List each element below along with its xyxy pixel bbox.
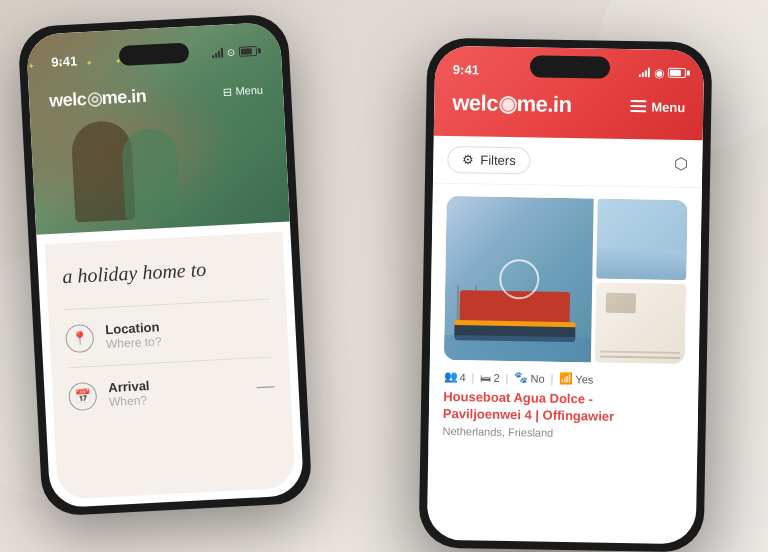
back-time: 9:41 <box>51 53 78 69</box>
calendar-icon: 📅 <box>68 381 97 410</box>
sep1: | <box>472 371 475 383</box>
guests-amenity: 👥 4 <box>443 370 465 383</box>
front-navbar: welc◉me.in Menu <box>434 82 704 129</box>
photo-side1[interactable] <box>596 199 687 281</box>
back-content: a holiday home to 📍 Location Where to? 📅… <box>45 232 296 500</box>
pets-amenity: 🐾 No <box>514 371 544 385</box>
front-time: 9:41 <box>453 62 479 77</box>
listing-card: 👥 4 | 🛏 2 | 🐾 No | 📶 <box>428 184 702 453</box>
photo-side2[interactable] <box>595 283 686 365</box>
back-menu-label: Menu <box>235 84 263 97</box>
dynamic-island-front <box>529 55 609 78</box>
wifi-value: Yes <box>575 373 593 385</box>
phone-back: 9:41 ⊙ welc◎me.in <box>17 13 312 516</box>
wifi-amenity-icon: 📶 <box>559 372 573 385</box>
location-placeholder: Where to? <box>106 334 162 351</box>
person2 <box>121 127 181 220</box>
wifi-icon: ⊙ <box>227 47 236 58</box>
sep3: | <box>550 372 553 384</box>
back-menu-button[interactable]: ⊟ Menu <box>222 83 263 98</box>
listing-amenities: 👥 4 | 🛏 2 | 🐾 No | 📶 <box>443 370 684 387</box>
water-reflection <box>444 335 591 363</box>
location-field-text: Location Where to? <box>105 319 162 351</box>
arrival-field-text: Arrival When? <box>108 378 151 409</box>
signal-icon <box>212 48 224 59</box>
filter-label: Filters <box>480 152 516 168</box>
back-logo: welc◎me.in <box>49 85 147 112</box>
share-icon[interactable]: ⬡ <box>674 154 688 173</box>
listing-title[interactable]: Houseboat Agua Dolce - Paviljoenwei 4 | … <box>443 389 685 427</box>
dynamic-island-back <box>118 42 189 66</box>
bedroom-icon: 🛏 <box>480 371 491 383</box>
phone-front: 9:41 ◉ welc◉me.in <box>419 38 713 552</box>
front-header: 9:41 ◉ welc◉me.in <box>434 46 705 141</box>
arrival-dash: — <box>256 375 275 397</box>
scene: 9:41 ⊙ welc◎me.in <box>0 0 768 552</box>
battery-icon <box>239 46 257 57</box>
phone-back-screen: 9:41 ⊙ welc◎me.in <box>26 22 304 509</box>
filter-icon: ⊟ <box>222 85 232 98</box>
photo-grid <box>444 196 688 364</box>
signal-bars-icon <box>639 67 650 77</box>
back-status-icons: ⊙ <box>212 45 258 58</box>
photo-main[interactable] <box>444 196 594 363</box>
bedrooms-amenity: 🛏 2 <box>480 371 499 383</box>
hamburger-icon <box>630 100 646 112</box>
arrival-field[interactable]: 📅 Arrival When? — <box>67 356 276 425</box>
back-tagline: a holiday home to <box>62 253 269 290</box>
wifi-amenity: 📶 Yes <box>559 372 593 386</box>
guests-icon: 👥 <box>443 370 457 383</box>
front-menu-button[interactable]: Menu <box>630 99 685 115</box>
phone-front-screen: 9:41 ◉ welc◉me.in <box>427 46 705 545</box>
pets-icon: 🐾 <box>514 371 528 384</box>
wifi-icon: ◉ <box>654 66 664 80</box>
pets-value: No <box>530 372 544 384</box>
arrival-placeholder: When? <box>109 393 151 409</box>
filter-icon: ⚙ <box>462 152 474 167</box>
listing-location: Netherlands, Friesland <box>443 425 684 441</box>
filter-bar: ⚙ Filters ⬡ <box>433 136 703 189</box>
bedrooms-count: 2 <box>493 371 499 383</box>
filters-button[interactable]: ⚙ Filters <box>447 146 531 174</box>
guests-count: 4 <box>459 371 465 383</box>
front-menu-label: Menu <box>651 99 685 115</box>
location-field[interactable]: 📍 Location Where to? <box>64 299 273 368</box>
battery-icon <box>668 68 686 78</box>
location-icon: 📍 <box>65 323 94 352</box>
front-logo: welc◉me.in <box>452 90 572 118</box>
front-status-icons: ◉ <box>639 65 686 80</box>
sep2: | <box>506 371 509 383</box>
